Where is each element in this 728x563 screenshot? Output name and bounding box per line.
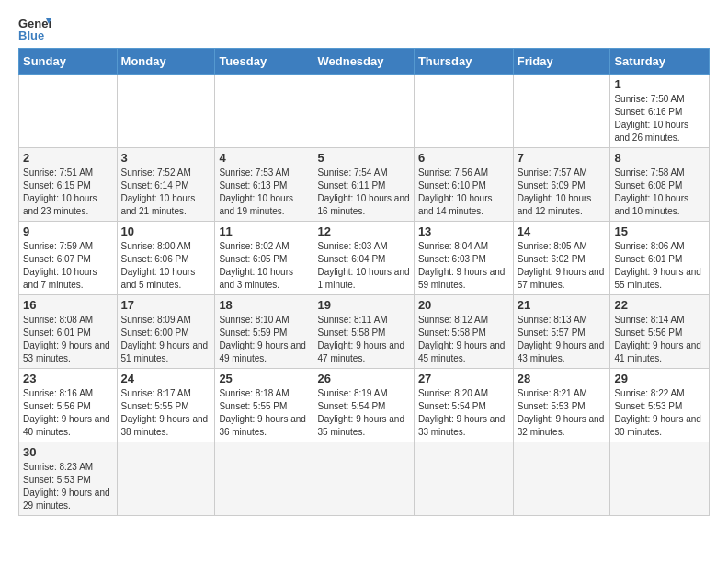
day-number: 26	[317, 372, 409, 385]
day-info: Sunrise: 8:04 AM Sunset: 6:03 PM Dayligh…	[418, 240, 509, 292]
calendar-cell: 11Sunrise: 8:02 AM Sunset: 6:05 PM Dayli…	[215, 222, 313, 295]
calendar-header-friday: Friday	[513, 49, 610, 75]
day-info: Sunrise: 7:50 AM Sunset: 6:16 PM Dayligh…	[614, 93, 705, 144]
calendar-cell: 10Sunrise: 8:00 AM Sunset: 6:06 PM Dayli…	[117, 222, 215, 295]
calendar: SundayMondayTuesdayWednesdayThursdayFrid…	[18, 48, 710, 516]
calendar-cell: 8Sunrise: 7:58 AM Sunset: 6:08 PM Daylig…	[610, 148, 710, 222]
day-info: Sunrise: 8:18 AM Sunset: 5:55 PM Dayligh…	[219, 387, 309, 439]
calendar-cell	[215, 75, 313, 148]
generalblue-logo-icon: General Blue	[18, 15, 51, 40]
calendar-cell: 2Sunrise: 7:51 AM Sunset: 6:15 PM Daylig…	[19, 148, 118, 222]
calendar-cell: 19Sunrise: 8:11 AM Sunset: 5:58 PM Dayli…	[313, 295, 414, 369]
calendar-cell: 22Sunrise: 8:14 AM Sunset: 5:56 PM Dayli…	[610, 295, 710, 369]
calendar-header-row: SundayMondayTuesdayWednesdayThursdayFrid…	[19, 49, 710, 75]
day-number: 19	[317, 298, 409, 312]
day-number: 13	[418, 224, 509, 238]
header: General Blue	[18, 15, 710, 40]
day-number: 27	[418, 372, 509, 385]
calendar-cell	[414, 442, 513, 516]
day-info: Sunrise: 8:06 AM Sunset: 6:01 PM Dayligh…	[614, 240, 705, 292]
calendar-cell	[610, 442, 710, 516]
calendar-cell: 7Sunrise: 7:57 AM Sunset: 6:09 PM Daylig…	[513, 148, 610, 222]
calendar-week-5: 23Sunrise: 8:16 AM Sunset: 5:56 PM Dayli…	[19, 369, 710, 442]
calendar-cell: 25Sunrise: 8:18 AM Sunset: 5:55 PM Dayli…	[215, 369, 313, 442]
svg-text:Blue: Blue	[18, 29, 44, 40]
day-number: 21	[518, 298, 607, 312]
calendar-cell: 16Sunrise: 8:08 AM Sunset: 6:01 PM Dayli…	[19, 295, 118, 369]
calendar-week-2: 2Sunrise: 7:51 AM Sunset: 6:15 PM Daylig…	[19, 148, 710, 222]
day-number: 5	[317, 151, 409, 165]
page: General Blue SundayMondayTuesdayWednesda…	[0, 0, 728, 531]
logo: General Blue	[18, 15, 51, 40]
day-info: Sunrise: 8:10 AM Sunset: 5:59 PM Dayligh…	[219, 314, 309, 365]
day-number: 20	[418, 298, 509, 312]
day-info: Sunrise: 8:05 AM Sunset: 6:02 PM Dayligh…	[518, 240, 607, 292]
day-number: 22	[614, 298, 705, 312]
day-number: 11	[219, 224, 309, 238]
calendar-cell	[313, 442, 414, 516]
day-number: 23	[23, 372, 113, 385]
calendar-cell: 29Sunrise: 8:22 AM Sunset: 5:53 PM Dayli…	[610, 369, 710, 442]
day-info: Sunrise: 7:56 AM Sunset: 6:10 PM Dayligh…	[418, 167, 509, 218]
calendar-cell: 17Sunrise: 8:09 AM Sunset: 6:00 PM Dayli…	[117, 295, 215, 369]
day-info: Sunrise: 8:16 AM Sunset: 5:56 PM Dayligh…	[23, 387, 113, 439]
calendar-cell: 23Sunrise: 8:16 AM Sunset: 5:56 PM Dayli…	[19, 369, 118, 442]
calendar-header-monday: Monday	[117, 49, 215, 75]
calendar-cell: 30Sunrise: 8:23 AM Sunset: 5:53 PM Dayli…	[19, 442, 118, 516]
calendar-week-4: 16Sunrise: 8:08 AM Sunset: 6:01 PM Dayli…	[19, 295, 710, 369]
calendar-week-3: 9Sunrise: 7:59 AM Sunset: 6:07 PM Daylig…	[19, 222, 710, 295]
calendar-cell	[513, 442, 610, 516]
calendar-cell: 28Sunrise: 8:21 AM Sunset: 5:53 PM Dayli…	[513, 369, 610, 442]
day-number: 7	[518, 151, 607, 165]
day-info: Sunrise: 8:12 AM Sunset: 5:58 PM Dayligh…	[418, 314, 509, 365]
day-info: Sunrise: 8:11 AM Sunset: 5:58 PM Dayligh…	[317, 314, 409, 365]
day-number: 25	[219, 372, 309, 385]
calendar-cell: 26Sunrise: 8:19 AM Sunset: 5:54 PM Dayli…	[313, 369, 414, 442]
calendar-cell: 1Sunrise: 7:50 AM Sunset: 6:16 PM Daylig…	[610, 75, 710, 148]
day-info: Sunrise: 8:19 AM Sunset: 5:54 PM Dayligh…	[317, 387, 409, 439]
day-info: Sunrise: 8:03 AM Sunset: 6:04 PM Dayligh…	[317, 240, 409, 292]
day-info: Sunrise: 8:22 AM Sunset: 5:53 PM Dayligh…	[614, 387, 705, 439]
day-info: Sunrise: 7:52 AM Sunset: 6:14 PM Dayligh…	[121, 167, 211, 218]
calendar-cell: 13Sunrise: 8:04 AM Sunset: 6:03 PM Dayli…	[414, 222, 513, 295]
calendar-cell: 9Sunrise: 7:59 AM Sunset: 6:07 PM Daylig…	[19, 222, 118, 295]
day-number: 24	[121, 372, 211, 385]
day-number: 3	[121, 151, 211, 165]
day-info: Sunrise: 8:09 AM Sunset: 6:00 PM Dayligh…	[121, 314, 211, 365]
day-number: 14	[518, 224, 607, 238]
day-number: 9	[23, 224, 113, 238]
day-info: Sunrise: 7:53 AM Sunset: 6:13 PM Dayligh…	[219, 167, 309, 218]
day-info: Sunrise: 8:00 AM Sunset: 6:06 PM Dayligh…	[121, 240, 211, 292]
calendar-cell: 12Sunrise: 8:03 AM Sunset: 6:04 PM Dayli…	[313, 222, 414, 295]
day-info: Sunrise: 8:20 AM Sunset: 5:54 PM Dayligh…	[418, 387, 509, 439]
calendar-cell: 15Sunrise: 8:06 AM Sunset: 6:01 PM Dayli…	[610, 222, 710, 295]
day-number: 15	[614, 224, 705, 238]
calendar-cell	[117, 442, 215, 516]
day-number: 30	[23, 445, 113, 459]
day-info: Sunrise: 8:14 AM Sunset: 5:56 PM Dayligh…	[614, 314, 705, 365]
day-info: Sunrise: 8:23 AM Sunset: 5:53 PM Dayligh…	[23, 461, 113, 512]
day-info: Sunrise: 7:59 AM Sunset: 6:07 PM Dayligh…	[23, 240, 113, 292]
calendar-header-saturday: Saturday	[610, 49, 710, 75]
day-number: 28	[518, 372, 607, 385]
day-info: Sunrise: 7:57 AM Sunset: 6:09 PM Dayligh…	[518, 167, 607, 218]
calendar-cell: 24Sunrise: 8:17 AM Sunset: 5:55 PM Dayli…	[117, 369, 215, 442]
calendar-header-sunday: Sunday	[19, 49, 118, 75]
day-number: 1	[614, 77, 705, 91]
calendar-cell	[215, 442, 313, 516]
calendar-cell: 5Sunrise: 7:54 AM Sunset: 6:11 PM Daylig…	[313, 148, 414, 222]
calendar-cell	[313, 75, 414, 148]
calendar-cell: 4Sunrise: 7:53 AM Sunset: 6:13 PM Daylig…	[215, 148, 313, 222]
calendar-header-wednesday: Wednesday	[313, 49, 414, 75]
calendar-cell	[414, 75, 513, 148]
calendar-header-thursday: Thursday	[414, 49, 513, 75]
calendar-week-1: 1Sunrise: 7:50 AM Sunset: 6:16 PM Daylig…	[19, 75, 710, 148]
day-number: 4	[219, 151, 309, 165]
calendar-cell: 21Sunrise: 8:13 AM Sunset: 5:57 PM Dayli…	[513, 295, 610, 369]
day-number: 29	[614, 372, 705, 385]
day-info: Sunrise: 8:13 AM Sunset: 5:57 PM Dayligh…	[518, 314, 607, 365]
calendar-week-6: 30Sunrise: 8:23 AM Sunset: 5:53 PM Dayli…	[19, 442, 710, 516]
calendar-cell: 20Sunrise: 8:12 AM Sunset: 5:58 PM Dayli…	[414, 295, 513, 369]
day-info: Sunrise: 8:02 AM Sunset: 6:05 PM Dayligh…	[219, 240, 309, 292]
calendar-cell: 14Sunrise: 8:05 AM Sunset: 6:02 PM Dayli…	[513, 222, 610, 295]
